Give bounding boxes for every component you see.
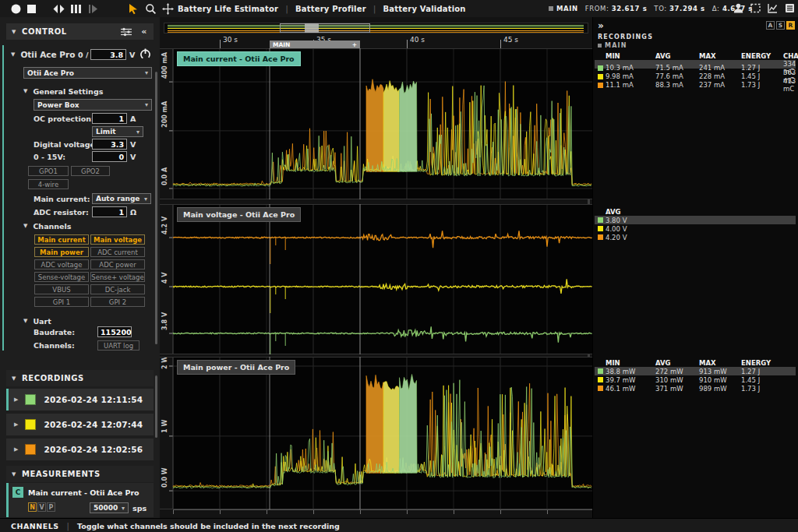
recording-item[interactable]: ▶2026-02-24 12:07:44 xyxy=(6,414,154,435)
stats-value-cell: 11.1 mA xyxy=(606,81,655,89)
minimap-selection[interactable] xyxy=(280,23,370,33)
stats-value-cell: 1.27 J xyxy=(741,64,783,72)
channel-toggle-main-current[interactable]: Main current xyxy=(34,234,89,245)
stats-mode-a[interactable]: A xyxy=(766,21,775,30)
general-settings-header[interactable]: ▼ General Settings xyxy=(23,86,103,97)
stats-row[interactable]: 4.00 V xyxy=(595,224,796,233)
collapse-triangle-icon: ▼ xyxy=(23,318,27,324)
tab-battery-validation[interactable]: Battery Validation xyxy=(383,5,466,13)
chart-title-voltage[interactable]: Main voltage - Otii Ace Pro xyxy=(177,207,301,222)
cursor-tool-icon[interactable] xyxy=(128,3,139,15)
minimap-trace xyxy=(168,32,584,33)
mode-select[interactable]: Power Box▾ xyxy=(34,99,152,111)
channel-toggle-adc-power[interactable]: ADC power xyxy=(90,259,145,270)
step-forward-icon[interactable] xyxy=(87,3,99,15)
channel-toggle-main-power[interactable]: Main power xyxy=(34,247,89,257)
sidebar-scrollbar[interactable] xyxy=(155,72,157,344)
stats-row[interactable]: 3.80 V xyxy=(595,216,796,224)
stats-row[interactable]: 38.8 mW272 mW913 mW1.27 J xyxy=(595,367,796,375)
uart-log-button[interactable]: UART log xyxy=(97,340,139,351)
channel-toggle-gpi-1[interactable]: GPI 1 xyxy=(34,297,89,307)
stats-row[interactable]: 46.1 mW371 mW989 mW1.73 J xyxy=(595,384,796,393)
recordings-scrollbar[interactable] xyxy=(155,375,157,438)
user-icon[interactable] xyxy=(733,2,744,14)
minimap-handle[interactable] xyxy=(305,23,319,33)
chart-icon[interactable] xyxy=(767,2,779,14)
panels-icon[interactable] xyxy=(70,3,82,15)
stats-row[interactable]: 10.3 mA71.5 mA241 mA1.27 J334 mC xyxy=(595,60,796,69)
digital-voltage-input[interactable]: 3.3 xyxy=(92,139,127,150)
zoom-tool-icon[interactable] xyxy=(145,3,157,15)
stats-mode-r[interactable]: R xyxy=(786,21,795,30)
recording-expand-icon[interactable]: ▶ xyxy=(14,396,18,403)
chart-title-power[interactable]: Main power - Otii Ace Pro xyxy=(177,360,295,375)
sample-rate-select[interactable]: 50000▾ xyxy=(90,502,129,513)
timeline-minimap[interactable] xyxy=(164,23,588,33)
device-collapse-icon[interactable]: ▼ xyxy=(11,51,15,58)
stats-row[interactable]: 39.7 mW310 mW910 mW1.45 J xyxy=(595,375,796,384)
toggle-p[interactable]: P xyxy=(47,502,55,512)
expand-panel-icon[interactable]: » xyxy=(598,20,604,31)
adc-resistor-label: ADC resistor: xyxy=(34,208,89,217)
tab-battery-life-estimator[interactable]: Battery Life Estimator xyxy=(178,5,278,13)
record-icon[interactable] xyxy=(10,3,22,15)
baudrate-input[interactable]: 115200 xyxy=(97,326,132,337)
select-region-icon[interactable] xyxy=(750,2,761,14)
chart-voltage[interactable]: 4.2 V4 V3.8 V xyxy=(160,204,592,354)
fit-width-icon[interactable] xyxy=(53,3,65,15)
device-select[interactable]: Otii Ace Pro▾ xyxy=(23,67,152,79)
channel-toggle-main-voltage[interactable]: Main voltage xyxy=(90,234,145,245)
aux-voltage-input[interactable]: 0 xyxy=(92,151,127,162)
log-icon[interactable] xyxy=(784,2,796,14)
gpo2-button[interactable]: GPO2 xyxy=(71,166,110,176)
selection-band[interactable]: MAIN + xyxy=(270,41,360,48)
oc-protection-unit: A xyxy=(130,115,136,123)
device-voltage-input[interactable]: 3.8 xyxy=(90,49,126,60)
channel-toggle-sense-voltage[interactable]: Sense+ voltage xyxy=(90,272,145,282)
tab-battery-profiler[interactable]: Battery Profiler xyxy=(295,5,366,13)
toggle-n[interactable]: N xyxy=(28,502,37,512)
chart-current[interactable]: 400 mA200 mA0.0 A xyxy=(160,48,592,199)
bottom-axis-line xyxy=(173,509,592,510)
main-current-range-select[interactable]: Auto range▾ xyxy=(92,193,151,204)
selection-band-label: MAIN xyxy=(273,41,290,48)
channel-toggle-adc-voltage[interactable]: ADC voltage xyxy=(34,259,89,270)
stats-value-cell: 3.80 V xyxy=(606,217,796,224)
chart-title-current[interactable]: Main current - Otii Ace Pro xyxy=(177,51,301,66)
sliders-icon[interactable] xyxy=(121,27,132,37)
add-selection-icon[interactable]: + xyxy=(352,41,357,48)
channels-header[interactable]: ▼ Channels xyxy=(23,220,71,231)
stats-row[interactable]: 4.20 V xyxy=(595,233,796,241)
oc-mode-select[interactable]: Limit▾ xyxy=(92,126,143,137)
recording-expand-icon[interactable]: ▶ xyxy=(14,421,18,428)
recording-expand-icon[interactable]: ▶ xyxy=(14,446,18,453)
measurement-item[interactable]: C Main current - Otii Ace Pro NVP 50000▾… xyxy=(6,483,154,517)
adc-resistor-input[interactable]: 1 xyxy=(92,206,127,217)
current-stats-table: MINAVGMAXENERGYCHARGE10.3 mA71.5 mA241 m… xyxy=(595,51,796,86)
stats-mode-s[interactable]: S xyxy=(776,21,785,30)
device-row: ▼ Otii Ace Pro xyxy=(11,48,75,61)
minimap-trace xyxy=(168,30,584,31)
channel-toggle-gpi-2[interactable]: GPI 2 xyxy=(90,297,145,307)
collapse-triangle-icon: ▼ xyxy=(12,471,16,477)
collapse-panel-icon[interactable]: « xyxy=(141,26,147,37)
pan-tool-icon[interactable] xyxy=(162,3,174,15)
recording-item[interactable]: ▶2026-02-24 12:02:56 xyxy=(6,439,154,460)
channel-toggle-sense-voltage[interactable]: Sense-voltage xyxy=(34,272,89,282)
channel-toggle-vbus[interactable]: VBUS xyxy=(34,284,89,294)
toggle-v[interactable]: V xyxy=(37,502,46,512)
measurements-section-header[interactable]: ▼ MEASUREMENTS xyxy=(6,466,154,482)
stats-header-row: MINAVGMAXENERGYCHARGE xyxy=(595,51,796,60)
channel-toggle-dc-jack[interactable]: DC-jack xyxy=(90,284,145,294)
stop-icon[interactable] xyxy=(26,3,37,15)
channel-toggle-adc-current[interactable]: ADC current xyxy=(90,247,145,257)
control-section-header[interactable]: ▼ CONTROL « xyxy=(6,23,154,40)
recording-item[interactable]: ▶2026-02-24 12:11:54 xyxy=(6,389,154,410)
gpo1-button[interactable]: GPO1 xyxy=(28,166,69,176)
power-button-icon[interactable] xyxy=(139,48,152,61)
chart-power[interactable]: 2 W1 W0.0 W xyxy=(160,357,592,509)
oc-protection-input[interactable]: 1 xyxy=(92,113,127,124)
four-wire-button[interactable]: 4-wire xyxy=(28,179,69,189)
recordings-section-header[interactable]: ▼ RECORDINGS xyxy=(6,370,154,386)
uart-header[interactable]: ▼ Uart xyxy=(23,315,51,326)
